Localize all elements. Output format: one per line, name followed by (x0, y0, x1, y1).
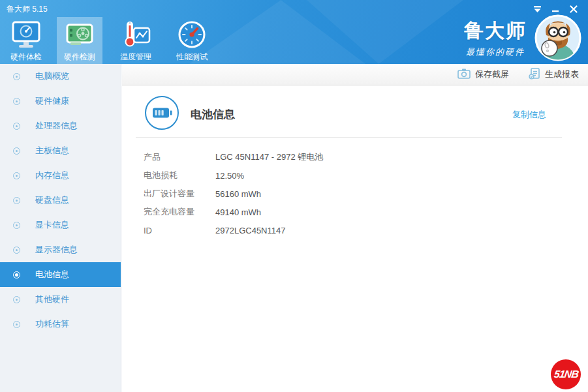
sidebar-item-label: 显卡信息 (35, 219, 69, 231)
window-controls (531, 3, 580, 15)
radio-bullet-icon (13, 98, 20, 105)
sidebar-item-memory[interactable]: 内存信息 (0, 163, 121, 188)
tab-label: 温度管理 (120, 52, 151, 63)
row-value: 2972LGC45N1147 (215, 226, 285, 235)
sidebar-item-health[interactable]: 硬件健康 (0, 89, 121, 113)
tab-hardware-detect[interactable]: 硬件检测 (57, 17, 102, 64)
sidebar-item-label: 硬件健康 (35, 95, 69, 107)
radio-bullet-icon (13, 197, 20, 204)
info-row-design-capacity: 出厂设计容量 56160 mWh (144, 185, 562, 203)
sidebar-item-other-hardware[interactable]: 其他硬件 (0, 287, 121, 312)
menu-chevron-icon[interactable] (531, 3, 544, 15)
radio-bullet-icon (13, 147, 20, 155)
content-toolbar: 保存截屏 生成报表 (122, 64, 588, 85)
row-label: 电池损耗 (144, 170, 215, 181)
tab-temperature[interactable]: 温度管理 (113, 17, 159, 64)
row-value: 56160 mWh (215, 189, 261, 199)
radio-bullet-icon (13, 271, 20, 279)
radio-bullet-icon (13, 73, 20, 80)
generate-report-button[interactable]: 生成报表 (529, 68, 579, 82)
51nb-logo-text: 51NB (553, 369, 578, 380)
sidebar-item-label: 硬盘信息 (35, 194, 69, 206)
app-header: 鲁大师 5.15 (0, 0, 588, 64)
row-value: 49140 mWh (215, 207, 261, 217)
radio-bullet-icon (13, 172, 20, 179)
brand-area: 鲁大师 最懂你的硬件 (464, 14, 581, 61)
sidebar-item-label: 主板信息 (35, 145, 69, 157)
tab-label: 硬件体检 (10, 52, 42, 63)
info-row-full-charge-capacity: 完全充电容量 49140 mWh (144, 203, 562, 221)
sidebar-item-gpu[interactable]: 显卡信息 (0, 213, 121, 237)
gpu-card-icon (65, 20, 95, 50)
sidebar-item-disk[interactable]: 硬盘信息 (0, 188, 121, 213)
brand-logo-text: 鲁大师 (464, 18, 527, 44)
tab-hardware-checkup[interactable]: 硬件体检 (3, 17, 49, 64)
sidebar-item-motherboard[interactable]: 主板信息 (0, 138, 121, 163)
mascot-avatar (534, 14, 581, 61)
close-icon[interactable] (567, 3, 580, 15)
button-label: 保存截屏 (475, 68, 509, 80)
row-label: 产品 (144, 151, 215, 163)
sidebar-item-label: 内存信息 (35, 170, 69, 181)
window-title: 鲁大师 5.15 (7, 4, 48, 15)
copy-info-link[interactable]: 复制信息 (512, 109, 546, 121)
row-value: 12.50% (215, 171, 244, 181)
sidebar-item-label: 功耗估算 (35, 318, 69, 330)
info-row-product: 产品 LGC 45N1147 - 2972 锂电池 (144, 148, 562, 166)
info-row-wear-level: 电池损耗 12.50% (144, 166, 562, 185)
camera-icon (457, 68, 471, 81)
section-divider (136, 137, 562, 138)
brand-tagline: 最懂你的硬件 (464, 46, 527, 58)
battery-info-table: 产品 LGC 45N1147 - 2972 锂电池 电池损耗 12.50% 出厂… (144, 148, 562, 239)
tab-label: 性能测试 (176, 52, 208, 63)
minimize-icon[interactable] (549, 3, 562, 15)
battery-icon (145, 96, 179, 130)
radio-bullet-icon (13, 247, 20, 254)
row-label: ID (144, 226, 215, 235)
sidebar-item-overview[interactable]: 电脑概览 (0, 64, 121, 89)
sidebar-item-battery[interactable]: 电池信息 (0, 262, 121, 287)
tab-label: 硬件检测 (64, 52, 95, 63)
row-label: 完全充电容量 (144, 206, 215, 218)
monitor-radar-icon (11, 20, 41, 50)
info-row-id: ID 2972LGC45N1147 (144, 221, 562, 239)
main-nav-tabs: 硬件体检 硬件检测 (3, 17, 215, 64)
row-label: 出厂设计容量 (144, 188, 215, 200)
tab-benchmark[interactable]: 性能测试 (169, 17, 215, 64)
app-window: 鲁大师 5.15 (0, 0, 588, 392)
thermometer-chart-icon (121, 20, 151, 50)
radio-bullet-icon (13, 321, 20, 328)
radio-bullet-icon (13, 123, 20, 130)
report-icon (529, 68, 540, 82)
row-value: LGC 45N1147 - 2972 锂电池 (215, 151, 323, 163)
sidebar-item-label: 电池信息 (35, 269, 69, 280)
section-title: 电池信息 (191, 107, 235, 122)
sidebar-item-cpu[interactable]: 处理器信息 (0, 113, 121, 138)
gauge-icon (177, 20, 207, 50)
sidebar-item-label: 其他硬件 (35, 294, 69, 305)
save-screenshot-button[interactable]: 保存截屏 (457, 68, 509, 81)
51nb-logo: 51NB (551, 359, 581, 389)
sidebar-item-label: 电脑概览 (35, 70, 69, 82)
radio-bullet-icon (13, 296, 20, 303)
radio-bullet-icon (13, 222, 20, 229)
main-content: 电池信息 复制信息 产品 LGC 45N1147 - 2972 锂电池 电池损耗… (122, 85, 588, 392)
sidebar-item-label: 显示器信息 (35, 244, 78, 256)
button-label: 生成报表 (545, 68, 579, 80)
sidebar-item-power-estimate[interactable]: 功耗估算 (0, 312, 121, 337)
sidebar-item-display[interactable]: 显示器信息 (0, 237, 121, 262)
sidebar-item-label: 处理器信息 (35, 120, 78, 132)
sidebar: 电脑概览 硬件健康 处理器信息 主板信息 内存信息 硬盘信息 显卡信息 显示器 (0, 64, 121, 392)
